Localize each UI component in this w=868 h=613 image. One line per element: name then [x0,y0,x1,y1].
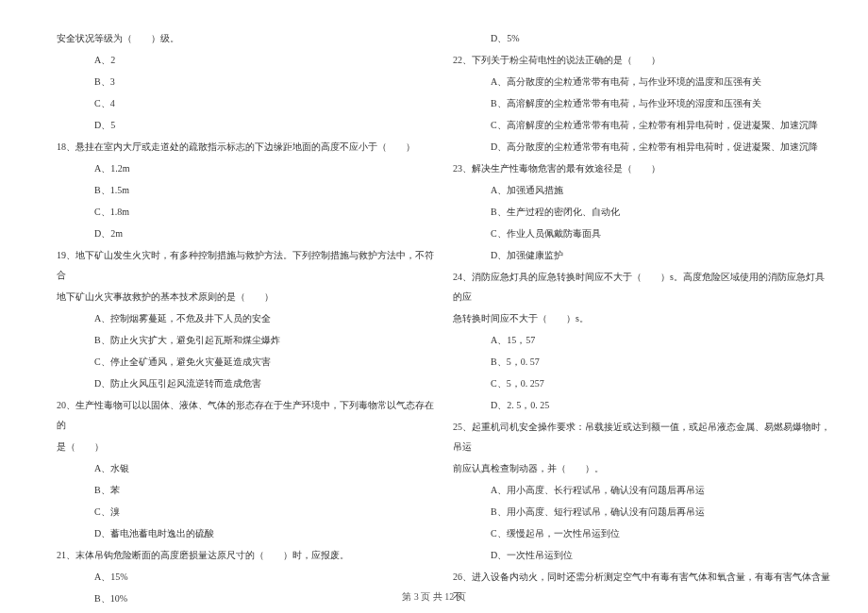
q24-line2: 急转换时间应不大于（ ）s。 [453,308,830,328]
page-footer: 第 3 页 共 12 页 [0,590,868,604]
q18-text: 18、悬挂在室内大厅或走道处的疏散指示标志的下边缘距地面的高度不应小于（ ） [57,137,434,157]
q18-option-c: C、1.8m [57,202,434,222]
q19-line1: 19、地下矿山发生火灾时，有多种控制措施与救护方法。下列控制措施与救护方法中，不… [57,245,434,285]
q24-option-c: C、5，0. 257 [453,373,830,393]
q25-option-c: C、缓慢起吊，一次性吊运到位 [453,523,830,543]
q19-option-c: C、停止全矿通风，避免火灾蔓延造成灾害 [57,352,434,372]
q19-option-b: B、防止火灾扩大，避免引起瓦斯和煤尘爆炸 [57,330,434,350]
q20-option-b: B、苯 [57,480,434,500]
q22-option-b: B、高溶解度的尘粒通常带有电荷，与作业环境的湿度和压强有关 [453,93,830,113]
q19-option-d: D、防止火风压引起风流逆转而造成危害 [57,373,434,393]
q18-option-b: B、1.5m [57,180,434,200]
q17-option-a: A、2 [57,50,434,70]
q25-option-a: A、用小高度、长行程试吊，确认没有问题后再吊运 [453,480,830,500]
q20-line2: 是（ ） [57,437,434,456]
q22-option-d: D、高分散度的尘粒通常带有电荷，尘粒带有相异电荷时，促进凝聚、加速沉降 [453,137,830,157]
q25-option-b: B、用小高度、短行程试吊，确认没有问题后再吊运 [453,502,830,522]
q17-option-c: C、4 [57,93,434,113]
q25-line2: 前应认真检查制动器，并（ ）。 [453,458,830,478]
q17-tail-text: 安全状况等级为（ ）级。 [57,28,434,48]
q24-option-d: D、2. 5，0. 25 [453,395,830,415]
q25-line1: 25、起重机司机安全操作要求：吊载接近或达到额一值，或起吊液态金属、易燃易爆物时… [453,417,830,456]
q20-option-d: D、蓄电池蓄电时逸出的硫酸 [57,523,434,543]
q18-option-a: A、1.2m [57,158,434,178]
q23-option-a: A、加强通风措施 [453,180,830,200]
q21-text: 21、末体吊钩危险断面的高度磨损量达原尺寸的（ ）时，应报废。 [57,545,434,565]
q21-option-d: D、5% [453,28,830,48]
q18-option-d: D、2m [57,224,434,243]
q25-option-d: D、一次性吊运到位 [453,545,830,565]
q24-line1: 24、消防应急灯具的应急转换时间应不大于（ ）s。高度危险区域使用的消防应急灯具… [453,267,830,306]
q26-line2: 得超过《工业企业设计卫生标准》中规度的最高容许含量，氧含量应为（ ） [453,608,830,613]
q20-option-c: C、溴 [57,502,434,522]
q22-option-a: A、高分散度的尘粒通常带有电荷，与作业环境的温度和压强有关 [453,72,830,91]
left-column: 安全状况等级为（ ）级。 A、2 B、3 C、4 D、5 18、悬挂在室内大厅或… [57,28,434,556]
right-column: D、5% 22、下列关于粉尘荷电性的说法正确的是（ ） A、高分散度的尘粒通常带… [453,28,830,556]
q23-option-b: B、生产过程的密闭化、自动化 [453,202,830,222]
q23-option-c: C、作业人员佩戴防毒面具 [453,224,830,243]
q23-text: 23、解决生产性毒物危害的最有效途径是（ ） [453,158,830,178]
q20-line1: 20、生产性毒物可以以固体、液体、气体的形态存在于生产环境中，下列毒物常以气态存… [57,395,434,435]
q23-option-d: D、加强健康监护 [453,245,830,265]
q17-option-b: B、3 [57,72,434,91]
q22-option-c: C、高溶解度的尘粒通常带有电荷，尘粒带有相异电荷时，促进凝聚、加速沉降 [453,115,830,135]
q19-line2: 地下矿山火灾事故救护的基本技术原则的是（ ） [57,287,434,306]
q24-option-b: B、5，0. 57 [453,352,830,372]
q21-option-a: A、15% [57,567,434,587]
q22-text: 22、下列关于粉尘荷电性的说法正确的是（ ） [453,50,830,70]
page-container: 安全状况等级为（ ）级。 A、2 B、3 C、4 D、5 18、悬挂在室内大厅或… [0,0,868,585]
q24-option-a: A、15，57 [453,330,830,350]
q20-option-a: A、水银 [57,458,434,478]
q19-option-a: A、控制烟雾蔓延，不危及井下人员的安全 [57,308,434,328]
q17-option-d: D、5 [57,115,434,135]
